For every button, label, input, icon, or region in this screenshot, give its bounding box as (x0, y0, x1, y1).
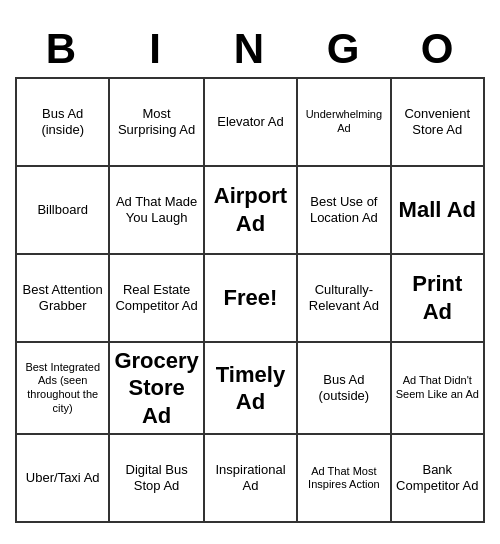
bingo-cell-2[interactable]: Elevator Ad (205, 79, 298, 167)
bingo-cell-12[interactable]: Free! (205, 255, 298, 343)
bingo-cell-7[interactable]: Airport Ad (205, 167, 298, 255)
bingo-cell-18[interactable]: Bus Ad (outside) (298, 343, 391, 436)
bingo-cell-6[interactable]: Ad That Made You Laugh (110, 167, 204, 255)
bingo-cell-1[interactable]: Most Surprising Ad (110, 79, 204, 167)
bingo-cell-13[interactable]: Culturally-Relevant Ad (298, 255, 391, 343)
header-g: G (297, 21, 391, 77)
header-n: N (203, 21, 297, 77)
header-i: I (109, 21, 203, 77)
bingo-cell-21[interactable]: Digital Bus Stop Ad (110, 435, 204, 523)
bingo-cell-9[interactable]: Mall Ad (392, 167, 485, 255)
bingo-cell-14[interactable]: Print Ad (392, 255, 485, 343)
header-o: O (391, 21, 485, 77)
bingo-cell-4[interactable]: Convenient Store Ad (392, 79, 485, 167)
bingo-cell-24[interactable]: Bank Competitor Ad (392, 435, 485, 523)
bingo-cell-8[interactable]: Best Use of Location Ad (298, 167, 391, 255)
bingo-cell-0[interactable]: Bus Ad (inside) (17, 79, 110, 167)
bingo-cell-3[interactable]: Underwhelming Ad (298, 79, 391, 167)
bingo-cell-19[interactable]: Ad That Didn't Seem Like an Ad (392, 343, 485, 436)
bingo-cell-20[interactable]: Uber/Taxi Ad (17, 435, 110, 523)
bingo-cell-22[interactable]: Inspirational Ad (205, 435, 298, 523)
bingo-cell-17[interactable]: Timely Ad (205, 343, 298, 436)
bingo-card: B I N G O Bus Ad (inside)Most Surprising… (5, 11, 495, 534)
bingo-grid: Bus Ad (inside)Most Surprising AdElevato… (15, 77, 485, 524)
bingo-cell-11[interactable]: Real Estate Competitor Ad (110, 255, 204, 343)
bingo-cell-10[interactable]: Best Attention Grabber (17, 255, 110, 343)
bingo-header: B I N G O (15, 21, 485, 77)
bingo-cell-15[interactable]: Best Integrated Ads (seen throughout the… (17, 343, 110, 436)
bingo-cell-16[interactable]: Grocery Store Ad (110, 343, 204, 436)
bingo-cell-23[interactable]: Ad That Most Inspires Action (298, 435, 391, 523)
bingo-cell-5[interactable]: Billboard (17, 167, 110, 255)
header-b: B (15, 21, 109, 77)
